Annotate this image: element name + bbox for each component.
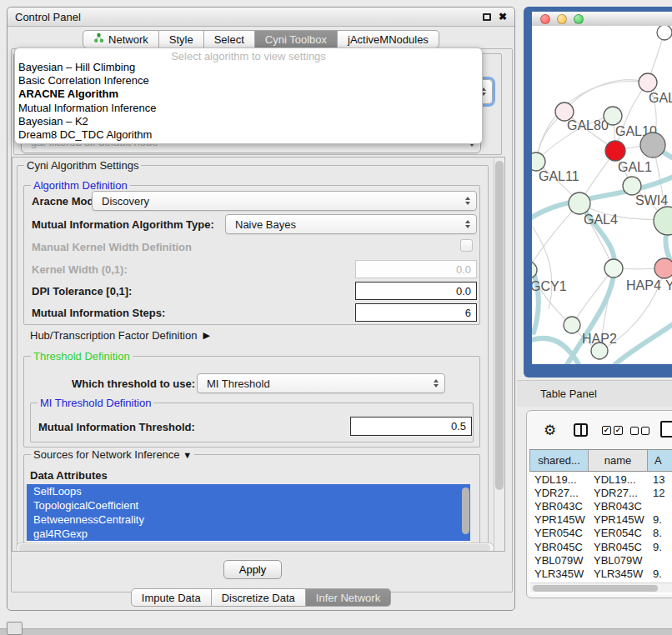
network-node[interactable] — [623, 177, 641, 195]
table-horizontal-scrollbar-thumb[interactable] — [533, 585, 658, 592]
minimize-traffic-light-icon[interactable] — [557, 14, 567, 24]
manual-kernel-width-checkbox[interactable] — [460, 239, 473, 252]
table-cell[interactable]: YPR145W — [589, 513, 648, 526]
tab-cyni-toolbox[interactable]: Cyni Toolbox — [255, 30, 338, 48]
settings-vertical-scrollbar-thumb[interactable] — [495, 161, 504, 490]
network-node-label: GAL1 — [618, 160, 652, 174]
network-canvas[interactable]: GALGAL80GAL10GAL1GAL11SWI4GAL4GCY1HAP4YH… — [532, 26, 672, 364]
algorithm-option[interactable]: Mutual Information Inference — [15, 102, 482, 115]
table-cell[interactable]: YER054C — [589, 527, 648, 539]
mi-algorithm-type-combo[interactable]: Naive Bayes — [225, 214, 477, 234]
attribute-item[interactable]: TopologicalCoefficient — [27, 498, 470, 512]
attribute-item[interactable]: SelfLoops — [27, 484, 470, 498]
table-cell[interactable]: 8. — [648, 527, 672, 539]
data-attributes-list[interactable]: SelfLoopsTopologicalCoefficientBetweenne… — [27, 484, 470, 542]
table-cell[interactable]: YLR345W — [529, 568, 589, 580]
settings-vertical-scrollbar[interactable] — [494, 158, 504, 551]
mi-steps-field[interactable]: 6 — [355, 303, 477, 322]
mi-steps-label: Mutual Information Steps: — [32, 307, 165, 319]
network-tab-icon — [93, 32, 104, 46]
tab-infer-network[interactable]: Infer Network — [306, 588, 391, 607]
settings-horizontal-scrollbar[interactable] — [16, 542, 494, 552]
network-node[interactable] — [639, 73, 657, 92]
column-header-shared-name[interactable]: shared... — [529, 450, 589, 471]
apply-button[interactable]: Apply — [223, 560, 282, 579]
float-window-icon[interactable] — [483, 13, 491, 21]
document-icon[interactable] — [660, 421, 672, 438]
table-cell[interactable]: YBR045C — [589, 541, 648, 553]
network-node[interactable] — [654, 258, 672, 278]
tab-impute-data[interactable]: Impute Data — [131, 588, 212, 607]
network-window-titlebar[interactable] — [532, 12, 672, 26]
table-cell[interactable]: 13 — [648, 473, 672, 486]
table-cell[interactable]: 9. — [648, 541, 672, 553]
hub-definition-toggle[interactable]: Hub/Transcription Factor Definition ▶ — [30, 329, 210, 342]
gear-icon[interactable]: ⚙ — [544, 422, 556, 439]
algorithm-option[interactable]: Bayesian – Hill Climbing — [15, 61, 482, 74]
algorithm-option[interactable]: Basic Correlation Inference — [15, 74, 482, 88]
network-node[interactable] — [604, 259, 623, 278]
algorithm-option[interactable]: Dream8 DC_TDC Algorithm — [15, 128, 482, 142]
table-row[interactable]: YBR043CYBR043C — [529, 499, 672, 512]
table-row[interactable]: YBR045CYBR045C9. — [529, 540, 672, 553]
table-cell[interactable]: YBR043C — [589, 500, 648, 512]
network-node[interactable] — [591, 342, 608, 359]
tab-network[interactable]: Network — [83, 30, 159, 48]
tab-select[interactable]: Select — [204, 30, 255, 48]
table-cell[interactable]: YBR043C — [529, 500, 589, 512]
which-threshold-label: Which threshold to use: — [72, 378, 195, 390]
network-node[interactable] — [657, 26, 672, 40]
zoom-traffic-light-icon[interactable] — [574, 14, 584, 24]
network-node[interactable] — [605, 141, 625, 161]
tab-style[interactable]: Style — [159, 30, 204, 48]
table-row[interactable]: YDL19...YDL19...13 — [529, 472, 672, 486]
table-cell[interactable]: 9. — [648, 513, 672, 526]
table-cell[interactable]: 9. — [648, 568, 672, 580]
table-row[interactable]: YBL079WYBL079W — [529, 553, 672, 567]
table-horizontal-scrollbar[interactable] — [530, 582, 672, 592]
column-header-name[interactable]: name — [589, 450, 648, 471]
dpi-tolerance-field[interactable]: 0.0 — [355, 282, 477, 300]
collapse-down-icon[interactable]: ▼ — [183, 450, 192, 460]
attributes-scrollbar-thumb[interactable] — [462, 488, 469, 534]
network-node[interactable] — [604, 107, 622, 125]
table-cell[interactable]: YLR345W — [589, 568, 648, 580]
bottom-left-corner-button[interactable] — [7, 622, 23, 635]
network-node[interactable] — [532, 152, 545, 171]
network-node[interactable] — [569, 192, 590, 214]
mi-threshold-field[interactable]: 0.5 — [350, 417, 472, 436]
tab-jactivemnodules[interactable]: jActiveMNodules — [338, 30, 439, 48]
algorithm-option[interactable]: Bayesian – K2 — [15, 115, 482, 128]
table-cell[interactable]: YDL19... — [529, 473, 589, 486]
column-header-partial[interactable]: A — [648, 450, 672, 471]
table-row[interactable]: YER054CYER054C8. — [529, 527, 672, 540]
attribute-item[interactable]: BetweennessCentrality — [27, 512, 470, 527]
deselect-all-checks-icon[interactable] — [630, 427, 649, 435]
table-cell[interactable]: YBR045C — [529, 541, 589, 553]
attribute-item[interactable]: gal4RGexp — [27, 527, 470, 541]
table-row[interactable]: YDR27...YDR27...12 — [529, 486, 672, 499]
settings-horizontal-scrollbar-thumb[interactable] — [18, 544, 490, 552]
table-cell[interactable]: YDR27... — [529, 487, 589, 499]
tab-discretize-data[interactable]: Discretize Data — [212, 588, 306, 607]
which-threshold-combo[interactable]: MI Threshold — [197, 373, 445, 393]
table-row[interactable]: YLR345WYLR345W9. — [529, 567, 672, 580]
columns-icon[interactable] — [574, 423, 588, 437]
network-node[interactable] — [654, 207, 672, 235]
close-icon[interactable]: ✖ — [499, 12, 507, 22]
network-node[interactable] — [564, 317, 580, 333]
close-traffic-light-icon[interactable] — [540, 14, 550, 24]
algorithm-option[interactable]: ARACNE Algorithm — [15, 88, 482, 101]
table-cell[interactable]: YDR27... — [589, 487, 648, 499]
table-cell[interactable]: YPR145W — [529, 513, 589, 526]
aracne-mode-combo[interactable]: Discovery — [92, 191, 477, 211]
network-node[interactable] — [640, 132, 665, 158]
kernel-width-field[interactable]: 0.0 — [355, 260, 477, 278]
table-cell[interactable]: YDL19... — [589, 473, 648, 486]
select-all-checks-icon[interactable]: ✓ ✓ — [602, 426, 623, 435]
table-cell[interactable]: YER054C — [529, 527, 589, 539]
table-cell[interactable]: YBL079W — [529, 554, 589, 567]
table-cell[interactable]: 12 — [648, 487, 672, 499]
table-row[interactable]: YPR145WYPR145W9. — [529, 513, 672, 527]
table-cell[interactable]: YBL079W — [589, 554, 648, 567]
